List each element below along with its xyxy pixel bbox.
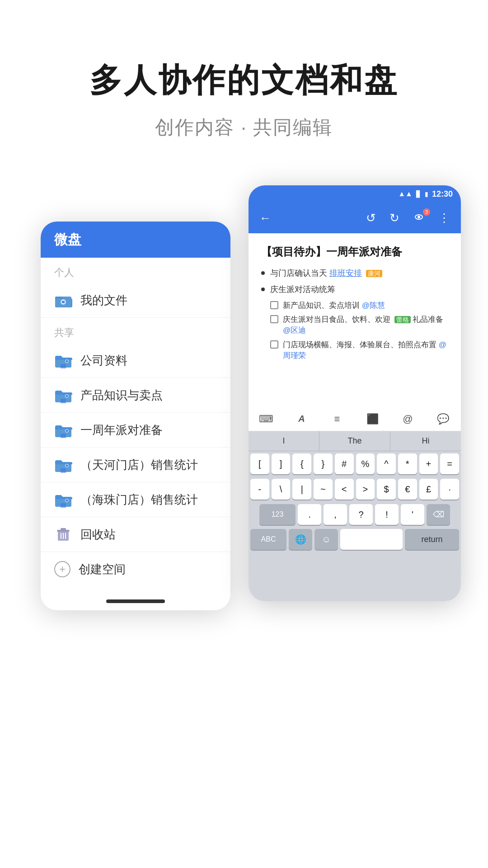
sidebar-item-company[interactable]: 公司资料 — [41, 343, 230, 378]
redo-button[interactable]: ↻ — [386, 209, 403, 227]
key-greater-than[interactable]: > — [356, 479, 375, 500]
sidebar-item-myfiles[interactable]: 我的文件 — [41, 283, 230, 318]
svg-rect-9 — [61, 399, 66, 403]
key-pound[interactable]: £ — [419, 479, 438, 500]
key-apostrophe[interactable]: ' — [401, 504, 424, 525]
key-open-bracket[interactable]: [ — [250, 453, 269, 474]
comment-icon[interactable]: 💬 — [432, 408, 454, 430]
plus-icon: + — [54, 561, 70, 577]
home-indicator — [106, 599, 165, 603]
back-button[interactable]: ← — [256, 209, 275, 227]
tianhe-label: （天河门店）销售统计 — [80, 457, 198, 473]
svg-rect-13 — [61, 434, 66, 438]
key-percent[interactable]: % — [356, 453, 375, 474]
key-equals[interactable]: = — [440, 453, 459, 474]
key-abc[interactable]: ABC — [250, 529, 286, 550]
folder-products-icon — [54, 386, 72, 404]
key-hash[interactable]: # — [335, 453, 354, 474]
doc-toolbar: ← ↺ ↻ 3 ⋮ — [249, 203, 461, 233]
left-phone-header: 微盘 — [41, 222, 230, 258]
viewer-count: 3 — [423, 208, 430, 216]
key-123[interactable]: 123 — [259, 504, 296, 525]
key-asterisk[interactable]: * — [398, 453, 417, 474]
key-globe[interactable]: 🌐 — [289, 529, 312, 550]
sidebar-item-haizhu[interactable]: （海珠门店）销售统计 — [41, 482, 230, 517]
at-icon[interactable]: @ — [397, 408, 418, 430]
checkbox-2[interactable] — [270, 315, 278, 323]
mention-chenhui: @陈慧 — [362, 301, 385, 310]
checkbox-1[interactable] — [270, 301, 278, 309]
sidebar-item-trash[interactable]: 回收站 — [41, 517, 230, 552]
svg-point-31 — [418, 216, 420, 218]
hero-title: 多人协作的文档和盘 — [89, 59, 399, 102]
sidebar-item-products[interactable]: 产品知识与卖点 — [41, 378, 230, 413]
key-plus[interactable]: + — [419, 453, 438, 474]
checkbox-row-3: 门店现场横幅、海报、体验展台、拍照点布置 @周瑾荣 — [270, 340, 448, 361]
folder-company-icon — [54, 351, 72, 369]
svg-rect-7 — [66, 360, 68, 362]
key-return[interactable]: return — [405, 529, 459, 550]
key-comma[interactable]: , — [324, 504, 347, 525]
autocomplete-hi[interactable]: Hi — [390, 431, 461, 451]
svg-rect-19 — [66, 465, 68, 467]
font-icon[interactable]: A — [291, 408, 312, 430]
key-question[interactable]: ? — [349, 504, 373, 525]
battery-icon: ▮ — [425, 190, 428, 198]
key-euro[interactable]: € — [398, 479, 417, 500]
key-less-than[interactable]: < — [335, 479, 354, 500]
folder-personal-icon — [54, 291, 72, 309]
autocomplete-i[interactable]: I — [249, 431, 319, 451]
keyboard-toggle-icon[interactable]: ⌨ — [255, 408, 277, 430]
spacebar[interactable] — [340, 529, 403, 550]
key-backslash[interactable]: \ — [272, 479, 291, 500]
key-close-bracket[interactable]: ] — [272, 453, 291, 474]
svg-rect-15 — [66, 430, 68, 432]
key-exclaim[interactable]: ! — [375, 504, 399, 525]
checkbox-3[interactable] — [270, 340, 278, 349]
bullet-item-1: 与门店确认当天 排班安排 康河 — [261, 268, 448, 278]
section-shared-label: 共享 — [41, 318, 230, 343]
status-bar: ▲▲ ▊ ▮ 12:30 — [249, 185, 461, 203]
tag-kanghe: 康河 — [366, 270, 382, 277]
phone-left: 微盘 个人 我的文件 共享 — [41, 222, 230, 610]
sidebar-item-anniversary[interactable]: 一周年派对准备 — [41, 413, 230, 448]
key-dollar[interactable]: $ — [377, 479, 396, 500]
wifi-icon: ▊ — [416, 190, 421, 198]
key-tilde[interactable]: ~ — [314, 479, 333, 500]
checkbox-row-1: 新产品知识、卖点培训 @陈慧 — [270, 300, 448, 311]
create-space-label: 创建空间 — [79, 561, 126, 577]
doc-content: 【项目待办】一周年派对准备 与门店确认当天 排班安排 康河 庆生派对活动统筹 — [249, 233, 461, 405]
doc-title: 【项目待办】一周年派对准备 — [261, 244, 448, 259]
section-personal-label: 个人 — [41, 258, 230, 283]
trash-label: 回收站 — [80, 527, 116, 542]
key-emoji[interactable]: ☺ — [314, 529, 338, 550]
key-caret[interactable]: ^ — [377, 453, 396, 474]
bullet-dot-2 — [261, 288, 265, 291]
key-open-brace[interactable]: { — [292, 453, 311, 474]
key-pipe[interactable]: | — [292, 479, 311, 500]
undo-button[interactable]: ↺ — [362, 209, 380, 227]
viewers-button[interactable]: 3 — [409, 210, 428, 226]
more-button[interactable]: ⋮ — [435, 209, 454, 227]
key-period[interactable]: . — [298, 504, 321, 525]
svg-rect-21 — [61, 503, 66, 508]
status-time: 12:30 — [432, 189, 453, 199]
keyboard-row-1: [ ] { } # % ^ * + = — [249, 451, 461, 476]
autocomplete-the[interactable]: The — [319, 431, 390, 451]
autocomplete-bar: I The Hi — [249, 431, 461, 451]
svg-rect-23 — [66, 500, 68, 501]
image-icon[interactable]: ⬛ — [361, 408, 383, 430]
create-space-item[interactable]: + 创建空间 — [41, 552, 230, 586]
keyboard-bottom-row: ABC 🌐 ☺ return — [249, 527, 461, 552]
key-dot-mid[interactable]: · — [440, 479, 459, 500]
key-close-brace[interactable]: } — [314, 453, 333, 474]
sidebar-item-tianhe[interactable]: （天河门店）销售统计 — [41, 448, 230, 482]
svg-rect-26 — [61, 528, 66, 530]
bullet-text-2: 庆生派对活动统筹 — [270, 284, 335, 295]
key-delete[interactable]: ⌫ — [427, 504, 450, 525]
key-minus[interactable]: - — [250, 479, 269, 500]
svg-rect-5 — [61, 364, 66, 368]
list-icon[interactable]: ≡ — [326, 408, 348, 430]
signal-icon: ▲▲ — [398, 190, 413, 198]
keyboard-toolbar: ⌨ A ≡ ⬛ @ 💬 — [249, 407, 461, 431]
